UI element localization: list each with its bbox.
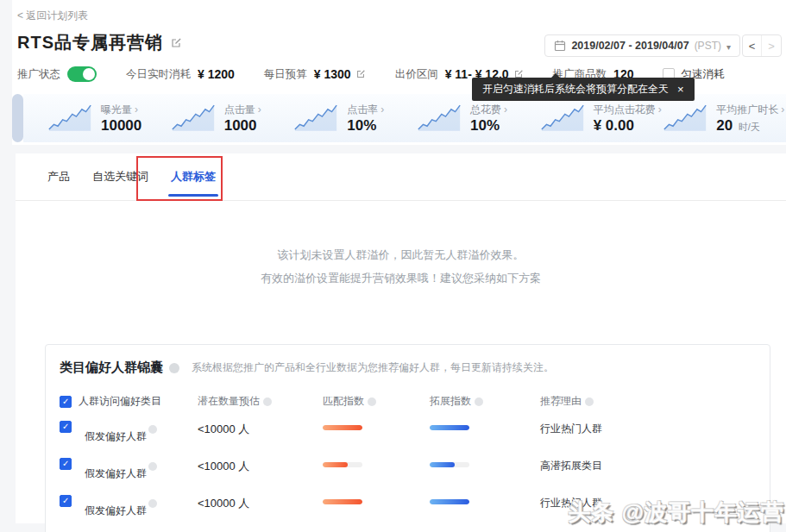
stats-bar: 曝光量 10000 [17, 94, 786, 142]
tab-label: 自选关键词 [92, 169, 148, 185]
campaign-detail-card: 产品 自选关键词 人群标签 该计划未设置人群溢价，因此暂无人群溢价效果。 有效的… [16, 153, 786, 523]
sparkline-chart-icon [663, 102, 707, 135]
expansion-index-bar-fill [430, 462, 455, 467]
row-checkbox[interactable] [60, 495, 72, 507]
top-panel: < 返回计划列表 RTS品专属再营销 2019/02/07 - 2019/04/… [12, 0, 786, 145]
row-checkbox[interactable] [60, 458, 72, 470]
content-area: 产品 自选关键词 人群标签 该计划未设置人群溢价，因此暂无人群溢价效果。 有效的… [0, 145, 786, 523]
today-spend-value: ¥ 1200 [198, 67, 235, 81]
date-range-picker[interactable]: 2019/02/07 - 2019/04/07 (PST) [544, 34, 740, 57]
column-audience-category: 人群访问偏好类目 [79, 394, 161, 409]
stat-drilldown-link[interactable]: 总花费 [470, 103, 507, 117]
match-index-bar [323, 499, 362, 504]
tab-active-underline [168, 194, 218, 197]
edit-budget-icon[interactable] [355, 69, 366, 79]
expansion-index-bar [430, 462, 469, 467]
stat-value: 10% [347, 117, 376, 134]
info-icon[interactable] [585, 397, 594, 406]
sparkline-chart-icon [540, 102, 585, 135]
column-expansion-index: 拓展指数 [430, 394, 471, 409]
breadcrumb[interactable]: < 返回计划列表 [17, 9, 786, 23]
info-icon[interactable] [368, 397, 376, 406]
audience-size: <10000 人 [198, 495, 323, 511]
match-index-bar [323, 462, 362, 467]
empty-state-line2: 有效的溢价设置能提升营销效果哦！建议您采纳如下方案 [16, 266, 786, 290]
calendar-icon [554, 40, 566, 52]
stat-label: 点击率 [347, 103, 378, 117]
audience-size: <10000 人 [198, 458, 323, 474]
stat-label: 曝光量 [101, 103, 132, 117]
recommend-reason: 行业热门人群 [540, 495, 756, 510]
empty-state-line1: 该计划未设置人群溢价，因此暂无人群溢价效果。 [16, 243, 786, 266]
chevron-right-icon [135, 103, 138, 116]
sparkline-chart-icon [47, 102, 92, 135]
expansion-index-bar [430, 499, 469, 504]
page-title: RTS品专属再营销 [17, 31, 163, 54]
stat-item: 点击率 10% [293, 102, 417, 135]
info-icon[interactable] [148, 462, 157, 471]
stat-drilldown-link[interactable]: 点击率 [347, 103, 384, 117]
close-icon[interactable]: × [677, 83, 684, 96]
tab-label: 产品 [47, 169, 70, 185]
table-row: 假发偏好人群 <10000 人 高潜拓展类目 [60, 458, 756, 483]
table-header: 人群访问偏好类目 潜在数量预估 匹配指数 拓展指数 推荐理由 [60, 394, 756, 409]
column-match-index: 匹配指数 [323, 394, 364, 409]
stat-drilldown-link[interactable]: 点击量 [224, 103, 261, 117]
stat-item: 曝光量 10000 [47, 102, 171, 135]
tab[interactable]: 自选关键词 [81, 153, 160, 201]
info-icon[interactable] [169, 363, 179, 373]
info-icon[interactable] [148, 499, 157, 508]
chevron-right-icon [380, 103, 384, 116]
chevron-right-icon [258, 103, 261, 116]
stat-value: ¥ 0.00 [594, 117, 634, 134]
date-range-value: 2019/02/07 - 2019/04/07 [571, 40, 689, 52]
pacing-tooltip: 开启匀速消耗后系统会将预算分配在全天 × [472, 78, 695, 101]
tooltip-text: 开启匀速消耗后系统会将预算分配在全天 [482, 82, 669, 97]
prev-period-button[interactable]: < [743, 35, 762, 56]
bid-range-label: 出价区间 [395, 67, 438, 82]
stat-drilldown-link[interactable]: 曝光量 [101, 103, 143, 117]
stat-value: 10% [470, 117, 500, 134]
suggestion-card-title: 类目偏好人群锦囊 [60, 360, 163, 376]
stat-item: 总花费 10% [417, 102, 540, 135]
status-toggle[interactable] [67, 66, 97, 82]
stats-left-stripe [12, 94, 23, 142]
timezone-label: (PST) [695, 40, 721, 52]
expansion-index-bar-fill [430, 499, 469, 504]
stat-drilldown-link[interactable]: 平均推广时长 [716, 103, 784, 117]
suggestion-card-description: 系统根据您推广的产品和全行业数据为您推荐偏好人群，每日更新请持续关注。 [192, 360, 554, 375]
info-icon[interactable] [475, 397, 483, 406]
audience-size: <10000 人 [198, 421, 323, 437]
column-recommend-reason: 推荐理由 [540, 394, 582, 409]
next-period-button[interactable]: > [762, 35, 781, 56]
match-index-bar-fill [323, 425, 362, 430]
stat-value: 20 [716, 117, 733, 134]
toggle-knob [83, 68, 95, 80]
expansion-index-bar-fill [430, 425, 469, 430]
tab[interactable]: 产品 [36, 153, 81, 201]
table-row: 假发偏好人群 <10000 人 行业热门人群 [60, 495, 756, 520]
info-icon[interactable] [148, 425, 157, 434]
stat-drilldown-link[interactable]: 平均点击花费 [594, 103, 662, 117]
date-nav: < > [742, 34, 782, 57]
caret-down-icon [726, 38, 731, 53]
audience-name: 假发偏好人群 [85, 504, 147, 518]
empty-state: 该计划未设置人群溢价，因此暂无人群溢价效果。 有效的溢价设置能提升营销效果哦！建… [16, 243, 786, 290]
status-label: 推广状态 [17, 67, 60, 82]
edit-title-icon[interactable] [170, 37, 182, 49]
audience-name: 假发偏好人群 [85, 466, 147, 481]
select-all-checkbox[interactable] [60, 396, 72, 408]
chevron-right-icon [781, 103, 784, 116]
match-index-bar-fill [323, 499, 362, 504]
recommend-reason: 高潜拓展类目 [540, 458, 756, 473]
tab[interactable]: 人群标签 [160, 153, 227, 201]
expansion-index-bar [430, 425, 469, 430]
stat-label: 平均点击花费 [594, 103, 656, 117]
row-checkbox[interactable] [60, 421, 72, 433]
stat-item: 平均推广时长 20 时/天 [663, 102, 786, 135]
daily-budget-value: ¥ 1300 [314, 67, 351, 81]
match-index-bar-fill [323, 462, 348, 467]
today-spend-label: 今日实时消耗 [126, 67, 191, 82]
audience-suggestion-card: 类目偏好人群锦囊 系统根据您推广的产品和全行业数据为您推荐偏好人群，每日更新请持… [45, 344, 770, 532]
info-icon[interactable] [263, 397, 272, 406]
